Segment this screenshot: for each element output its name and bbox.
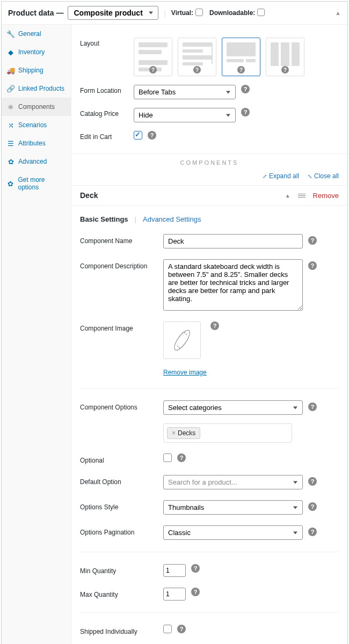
- sidebar-item-linked[interactable]: 🔗Linked Products: [2, 79, 71, 98]
- sidebar-item-inventory[interactable]: ◆Inventory: [2, 43, 71, 61]
- panel-title: Product data —: [8, 9, 63, 17]
- help-icon[interactable]: ?: [177, 453, 186, 462]
- sidebar-item-shipping[interactable]: 🚚Shipping: [2, 61, 71, 79]
- component-image-label: Component Image: [80, 321, 163, 332]
- help-icon[interactable]: ?: [241, 108, 250, 116]
- catalog-price-select[interactable]: Hide: [134, 108, 236, 122]
- help-icon[interactable]: ?: [308, 528, 317, 536]
- svg-point-3: [184, 332, 185, 333]
- remove-component-link[interactable]: Remove: [313, 192, 339, 200]
- sidebar-item-advanced[interactable]: ✿Advanced: [2, 152, 71, 171]
- help-icon[interactable]: ?: [308, 502, 317, 511]
- truck-icon: 🚚: [7, 67, 14, 74]
- max-qty-input[interactable]: [163, 588, 186, 601]
- options-style-select[interactable]: Thumbnails: [163, 500, 303, 515]
- help-icon[interactable]: ?: [148, 131, 156, 140]
- downloadable-checkbox[interactable]: [257, 9, 265, 16]
- svg-point-0: [172, 328, 192, 352]
- close-all-link[interactable]: ⤡Close all: [308, 172, 339, 180]
- help-icon[interactable]: ?: [308, 477, 317, 486]
- inventory-icon: ◆: [7, 48, 14, 56]
- sort-handle-icon[interactable]: [298, 193, 306, 199]
- product-type-select[interactable]: Composite product: [68, 6, 158, 20]
- optional-checkbox[interactable]: [163, 453, 172, 462]
- collapse-component-icon[interactable]: ▲: [285, 193, 290, 199]
- sidebar-item-attributes[interactable]: ☰Attributes: [2, 134, 71, 152]
- virtual-checkbox[interactable]: [195, 9, 203, 16]
- help-icon[interactable]: ?: [191, 564, 200, 573]
- skateboard-icon: [169, 327, 195, 354]
- components-icon: ⚛: [7, 103, 14, 111]
- shipped-indiv-label: Shipped Individually: [80, 625, 163, 635]
- default-option-select[interactable]: Search for a product...: [163, 475, 303, 489]
- help-icon[interactable]: ?: [281, 66, 289, 74]
- category-tags-box[interactable]: ×Decks: [163, 423, 292, 443]
- link-icon: 🔗: [7, 85, 14, 92]
- gear-icon: ✿: [7, 180, 14, 187]
- max-qty-label: Max Quantity: [80, 588, 163, 598]
- virtual-label: Virtual:: [171, 9, 193, 17]
- shipped-indiv-checkbox[interactable]: [163, 625, 172, 633]
- component-options-select[interactable]: Select categories: [163, 400, 303, 415]
- sidebar-item-more[interactable]: ✿Get more options: [2, 171, 71, 196]
- help-icon[interactable]: ?: [237, 66, 245, 74]
- list-icon: ☰: [7, 140, 14, 147]
- help-icon[interactable]: ?: [241, 85, 250, 93]
- collapse-icon: ⤡: [308, 173, 312, 179]
- shuffle-icon: ⤭: [7, 121, 14, 129]
- downloadable-label: Downloadable:: [209, 9, 255, 17]
- help-icon[interactable]: ?: [308, 402, 317, 411]
- options-pagination-select[interactable]: Classic: [163, 525, 303, 540]
- min-qty-label: Min Quantity: [80, 564, 163, 575]
- help-icon[interactable]: ?: [308, 261, 317, 270]
- sidebar-item-label: Inventory: [18, 48, 45, 56]
- tab-basic[interactable]: Basic Settings: [80, 215, 128, 223]
- section-title: COMPONENTS: [71, 153, 347, 166]
- help-icon[interactable]: ?: [177, 625, 186, 633]
- panel-header: Product data — Composite product | Virtu…: [2, 2, 347, 25]
- layout-option-4[interactable]: ?: [266, 38, 304, 76]
- edit-in-cart-label: Edit in Cart: [80, 131, 134, 141]
- wrench-icon: 🔧: [7, 30, 14, 38]
- sidebar-item-label: Attributes: [18, 140, 46, 147]
- layout-label: Layout: [80, 38, 134, 47]
- min-qty-input[interactable]: [163, 564, 186, 577]
- default-option-label: Default Option: [80, 475, 163, 486]
- help-icon[interactable]: ?: [210, 321, 219, 330]
- sidebar-item-general[interactable]: 🔧General: [2, 25, 71, 43]
- component-description-label: Component Description: [80, 259, 163, 270]
- component-options-label: Component Options: [80, 400, 163, 411]
- edit-in-cart-checkbox[interactable]: [134, 131, 142, 140]
- expand-all-link[interactable]: ⤢Expand all: [263, 172, 299, 180]
- help-icon[interactable]: ?: [149, 66, 157, 74]
- sidebar-item-label: Advanced: [18, 158, 47, 165]
- help-icon[interactable]: ?: [308, 236, 317, 245]
- sidebar-item-scenarios[interactable]: ⤭Scenarios: [2, 116, 71, 134]
- gear-icon: ✿: [7, 158, 14, 165]
- sidebar-item-label: Components: [18, 103, 55, 111]
- expand-icon: ⤢: [263, 173, 267, 179]
- remove-tag-icon[interactable]: ×: [172, 429, 176, 437]
- layout-option-1[interactable]: ?: [134, 38, 172, 76]
- form-location-select[interactable]: Before Tabs: [134, 85, 236, 99]
- svg-point-4: [186, 334, 187, 335]
- help-icon[interactable]: ?: [191, 588, 200, 596]
- tab-advanced[interactable]: Advanced Settings: [143, 215, 201, 223]
- component-description-textarea[interactable]: A standard skateboard deck width is betw…: [163, 259, 303, 311]
- sidebar-item-label: Scenarios: [18, 121, 47, 129]
- help-icon[interactable]: ?: [193, 66, 201, 74]
- options-style-label: Options Style: [80, 500, 163, 511]
- component-image-thumb[interactable]: [163, 321, 201, 359]
- sidebar-item-label: Linked Products: [18, 85, 64, 92]
- sidebar-item-label: General: [18, 30, 41, 38]
- options-pagination-label: Options Pagination: [80, 525, 163, 536]
- remove-image-link[interactable]: Remove image: [163, 369, 207, 376]
- collapse-panel-icon[interactable]: ▲: [335, 10, 341, 16]
- layout-option-2[interactable]: ?: [178, 38, 216, 76]
- layout-option-3[interactable]: ?: [222, 38, 260, 76]
- sidebar-item-components[interactable]: ⚛Components: [2, 98, 71, 116]
- sidebar-item-label: Shipping: [18, 67, 43, 74]
- catalog-price-label: Catalog Price: [80, 108, 134, 118]
- category-tag[interactable]: ×Decks: [167, 427, 200, 439]
- component-name-input[interactable]: [163, 234, 303, 248]
